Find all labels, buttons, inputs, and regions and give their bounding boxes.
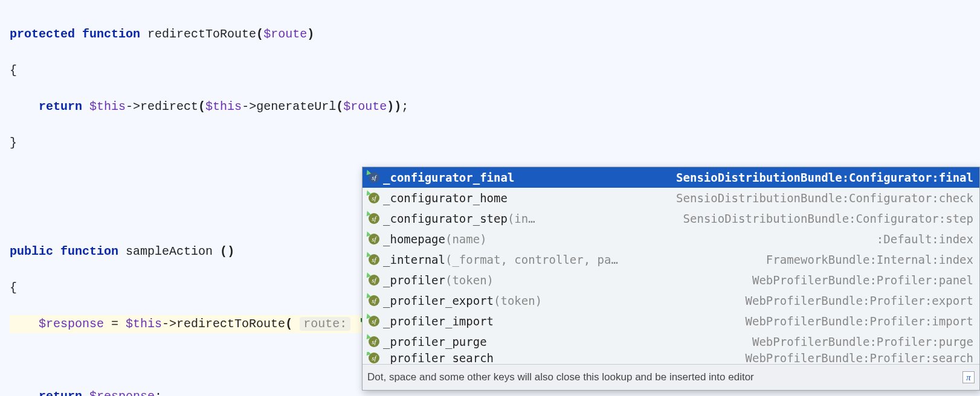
completion-type: :Default:index [865, 229, 973, 249]
symfony-route-icon: sf [369, 275, 379, 286]
symfony-route-icon: sf [369, 316, 379, 327]
completion-hint-text: Dot, space and some other keys will also… [367, 367, 754, 388]
symfony-route-icon: sf [369, 213, 379, 224]
keyword-protected: protected [10, 27, 75, 41]
code-line: protected function redirectToRoute($rout… [10, 25, 970, 43]
keyword-return: return [39, 100, 82, 113]
symfony-route-icon: sf [369, 172, 379, 183]
completion-type: FrameworkBundle:Internal:index [754, 249, 973, 270]
variable-response: $response [39, 317, 104, 331]
completion-type: SensioDistributionBundle:Configurator:st… [671, 208, 973, 229]
completion-type: WebProfilerBundle:Profiler:search [733, 352, 974, 364]
completion-label: _homepage(name) [383, 229, 487, 249]
up-arrow-icon [365, 251, 371, 257]
up-arrow-icon [365, 352, 371, 356]
method-redirectToRoute: redirectToRoute [176, 317, 285, 331]
completion-popup: sf_configurator_finalSensioDistributionB… [362, 167, 980, 391]
completion-item[interactable]: sf_homepage(name):Default:index [363, 229, 979, 249]
completion-type: WebProfilerBundle:Profiler:panel [740, 270, 973, 290]
completion-type: SensioDistributionBundle:Configurator:fi… [664, 167, 973, 188]
arrow-op: -> [162, 317, 176, 331]
variable-route: $route [263, 27, 307, 41]
variable-this: $this [205, 100, 242, 113]
completion-item[interactable]: sf_configurator_finalSensioDistributionB… [363, 167, 979, 188]
completion-item[interactable]: sf_profiler_export(token)WebProfilerBund… [363, 290, 979, 311]
completion-label: _configurator_step(in… [383, 208, 535, 229]
completion-type: WebProfilerBundle:Profiler:purge [740, 331, 973, 352]
completion-label: _profiler_search [383, 352, 494, 364]
symfony-route-icon: sf [369, 254, 379, 265]
completion-label: _configurator_home [383, 188, 508, 208]
code-line: return $this->redirect($this->generateUr… [10, 98, 970, 116]
variable-response: $response [89, 389, 155, 396]
symfony-route-icon: sf [369, 336, 379, 347]
keyword-function: function [60, 244, 118, 258]
completion-item[interactable]: sf_profiler_importWebProfilerBundle:Prof… [363, 311, 979, 331]
completion-type: WebProfilerBundle:Profiler:import [733, 311, 974, 331]
symfony-route-icon: sf [369, 295, 379, 306]
completion-type: WebProfilerBundle:Profiler:export [733, 290, 974, 311]
arrow-op: -> [126, 100, 140, 113]
up-arrow-icon [365, 333, 371, 339]
up-arrow-icon [365, 210, 371, 216]
up-arrow-icon [365, 272, 371, 278]
up-arrow-icon [365, 231, 371, 237]
completion-item[interactable]: sf_internal(_format, controller, pa…Fram… [363, 249, 979, 270]
variable-this: $this [89, 100, 126, 113]
pi-settings-icon[interactable]: π [962, 371, 975, 383]
completion-hint-bar: Dot, space and some other keys will also… [363, 364, 979, 390]
variable-route: $route [343, 100, 387, 113]
completion-item[interactable]: sf_configurator_homeSensioDistributionBu… [363, 188, 979, 208]
completion-list[interactable]: sf_configurator_finalSensioDistributionB… [363, 167, 979, 364]
up-arrow-icon [365, 313, 371, 319]
arrow-op: -> [242, 100, 256, 113]
method-redirect: redirect [140, 100, 198, 113]
up-arrow-icon [365, 190, 371, 196]
completion-item[interactable]: sf_configurator_step(in…SensioDistributi… [363, 208, 979, 229]
symfony-route-icon: sf [369, 193, 379, 203]
completion-label: _profiler_import [383, 311, 494, 331]
completion-item[interactable]: sf_profiler_purgeWebProfilerBundle:Profi… [363, 331, 979, 352]
completion-label: _configurator_final [383, 167, 514, 188]
variable-this: $this [126, 317, 162, 331]
completion-label: _profiler_purge [383, 331, 487, 352]
completion-type: SensioDistributionBundle:Configurator:ch… [664, 188, 973, 208]
completion-item[interactable]: sf_profiler(token)WebProfilerBundle:Prof… [363, 270, 979, 290]
function-name: sampleAction [126, 244, 213, 258]
brace-close: } [10, 134, 970, 152]
method-generateUrl: generateUrl [256, 100, 336, 113]
keyword-public: public [10, 244, 53, 258]
parameter-hint: route: [300, 317, 350, 331]
completion-label: _internal(_format, controller, pa… [383, 249, 618, 270]
keyword-return: return [39, 389, 82, 396]
keyword-function: function [82, 27, 140, 41]
completion-label: _profiler_export(token) [383, 290, 542, 311]
completion-item[interactable]: sf_profiler_searchWebProfilerBundle:Prof… [363, 352, 979, 364]
up-arrow-icon [365, 169, 371, 175]
up-arrow-icon [365, 292, 371, 298]
paren-close: ) [307, 27, 314, 41]
brace-open: { [10, 62, 970, 80]
paren-open: ( [256, 27, 263, 41]
completion-label: _profiler(token) [383, 270, 494, 290]
symfony-route-icon: sf [369, 234, 379, 244]
function-name: redirectToRoute [147, 27, 256, 41]
symfony-route-icon: sf [369, 353, 379, 363]
